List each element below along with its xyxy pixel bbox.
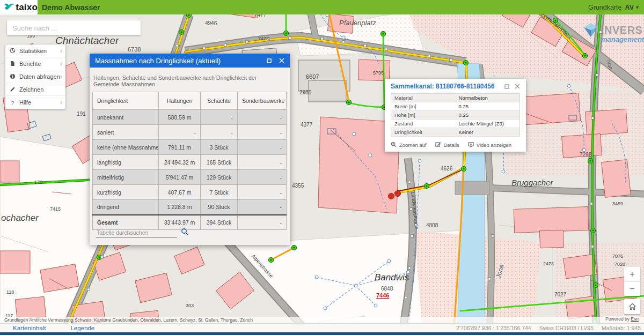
attribute-value: Leichte Mängel (Z3) xyxy=(456,120,520,128)
app-window: ChnächtacherPfauenplatzBruggacherBandwis… xyxy=(0,0,644,335)
search-icon[interactable] xyxy=(181,228,188,237)
table-cell: 5'941.47 m xyxy=(159,170,201,185)
table-cell: 129 Stück xyxy=(201,170,238,185)
home-icon xyxy=(628,303,636,310)
info-icon xyxy=(10,73,17,80)
map-label: ochacher xyxy=(1,213,39,223)
column-header: Dringlichkeit xyxy=(93,92,159,110)
table-cell: 165 Stück xyxy=(201,155,238,170)
menu-item-label: Statistiken xyxy=(19,48,47,54)
menu-item-hilfe[interactable]: ?Hilfe› xyxy=(5,96,65,109)
map-label: 7028 xyxy=(614,262,625,267)
map-label: 7027 xyxy=(554,292,567,297)
zoom-out-button[interactable]: − xyxy=(624,281,640,296)
column-header: Sonderbauwerke xyxy=(238,92,287,110)
table-row[interactable]: langfristig24'494.32 m165 Stück- xyxy=(93,155,287,170)
table-row[interactable]: mittelfristig5'941.47 m129 Stück- xyxy=(93,170,287,185)
basemap-selector[interactable]: Grundkarte AV ▾ xyxy=(588,4,639,11)
taixo-logo-icon xyxy=(3,2,14,12)
table-cell: saniert xyxy=(93,125,159,140)
menu-item-label: Zeichnen xyxy=(19,86,43,93)
table-search-input[interactable] xyxy=(96,228,177,237)
popup-action-video-anzeigen[interactable]: Video anzeigen xyxy=(468,142,511,148)
table-cell: - xyxy=(238,215,287,230)
table-cell: mittelfristig xyxy=(93,170,159,185)
search-input[interactable] xyxy=(7,20,141,35)
svg-text:?: ? xyxy=(11,100,14,105)
dialog-titlebar[interactable]: Massnahmen nach Dringlichkeit (aktuell) xyxy=(90,54,290,68)
map-label: 5795 xyxy=(373,70,384,76)
table-row[interactable]: dringend1'228.8 m90 Stück- xyxy=(93,200,287,215)
scale-label: Maßstab: 1:945 xyxy=(602,325,641,331)
chevron-right-icon: › xyxy=(60,74,62,79)
menu-item-daten-abfragen[interactable]: Daten abfragen› xyxy=(5,70,65,83)
table-cell: - xyxy=(238,110,287,125)
legend-link[interactable]: Legende xyxy=(70,325,94,331)
map-label: Pfauenplatz xyxy=(339,19,376,27)
map-label: 7298 xyxy=(580,152,592,158)
table-search xyxy=(96,228,188,237)
menu-item-label: Berichte xyxy=(19,61,41,67)
attribute-value: 0.25 xyxy=(456,102,520,111)
table-cell: keine (ohne Massnahme) xyxy=(93,140,159,155)
document-icon xyxy=(10,61,17,67)
table-cell: - xyxy=(238,185,287,200)
map-label: 4946 xyxy=(205,20,217,26)
maximize-icon[interactable] xyxy=(267,58,272,63)
dialog-title: Massnahmen nach Dringlichkeit (aktuell) xyxy=(95,57,221,65)
column-header: Haltungen xyxy=(159,92,201,110)
map-label: Bandwis xyxy=(375,272,409,282)
attribute-value: Normalbeton xyxy=(456,94,520,102)
menu-item-statistiken[interactable]: Statistiken› xyxy=(5,44,65,57)
coordinates-readout: 2'706'897.936 : 1'235'166.744 xyxy=(456,325,531,331)
table-cell: - xyxy=(238,125,287,140)
close-icon[interactable] xyxy=(279,58,284,63)
popup-titlebar: Sammelkanal: 81180766-81180456 xyxy=(385,79,526,92)
map-search xyxy=(7,20,141,35)
map-label: 6738 xyxy=(128,46,141,53)
column-header: Schächte xyxy=(201,92,238,110)
status-bar: Karteninhalt Legende 2'706'897.936 : 1'2… xyxy=(0,323,644,332)
table-cell: 90 Stück xyxy=(201,200,238,215)
table-row[interactable]: keine (ohne Massnahme)791.11 m3 Stück- xyxy=(93,140,287,155)
map-label: 191 xyxy=(77,111,86,117)
menu-item-label: Hilfe xyxy=(19,99,31,106)
table-cell: unbekannt xyxy=(93,110,159,125)
attribute-label: Zustand xyxy=(391,120,456,128)
menu-item-berichte[interactable]: Berichte› xyxy=(5,57,65,70)
maximize-icon[interactable] xyxy=(504,84,509,89)
table-row[interactable]: unbekannt580.59 m-- xyxy=(93,110,287,125)
map-content-link[interactable]: Karteninhalt xyxy=(13,325,46,331)
table-cell: 1'228.8 m xyxy=(159,200,201,215)
esri-link[interactable]: Esri xyxy=(631,316,639,322)
home-button[interactable] xyxy=(624,299,640,314)
map-label: 303 xyxy=(186,303,194,308)
popup-action-details[interactable]: Details xyxy=(435,142,459,148)
table-cell: dringend xyxy=(93,200,159,215)
table-cell: - xyxy=(238,140,287,155)
map-label: 7478 xyxy=(258,36,269,41)
close-icon[interactable] xyxy=(515,84,520,89)
map-label: 118 xyxy=(6,289,14,295)
table-cell: - xyxy=(238,170,287,185)
pie-chart-icon xyxy=(10,48,17,54)
action-label: Zoomen auf xyxy=(399,142,427,148)
bottom-strip xyxy=(0,332,644,335)
app-header: taixo Demo Abwasser Grundkarte AV ▾ xyxy=(0,0,644,14)
map-label: 7415 xyxy=(50,206,61,212)
video-icon xyxy=(468,142,474,148)
zoom-in-button[interactable]: + xyxy=(624,267,640,281)
chevron-right-icon: › xyxy=(60,48,62,54)
table-row[interactable]: kurzfristig407.67 m7 Stück- xyxy=(93,185,287,200)
attribute-value: 0.25 xyxy=(456,111,520,120)
crs-label: Swiss CH1903 / LV95 xyxy=(539,325,594,331)
menu-item-zeichnen[interactable]: Zeichnen xyxy=(5,83,65,96)
attribute-row: Breite [m]0.25 xyxy=(391,102,520,111)
popup-actions: Zoomen aufDetailsVideo anzeigen xyxy=(385,137,526,148)
table-cell: 407.67 m xyxy=(159,185,201,200)
map-label: 3459 xyxy=(612,201,623,206)
taixo-logo[interactable]: taixo xyxy=(0,0,38,14)
popup-action-zoomen-auf[interactable]: Zoomen auf xyxy=(391,142,427,148)
table-row[interactable]: saniert--- xyxy=(93,125,287,140)
attribute-row: MaterialNormalbeton xyxy=(391,94,520,102)
